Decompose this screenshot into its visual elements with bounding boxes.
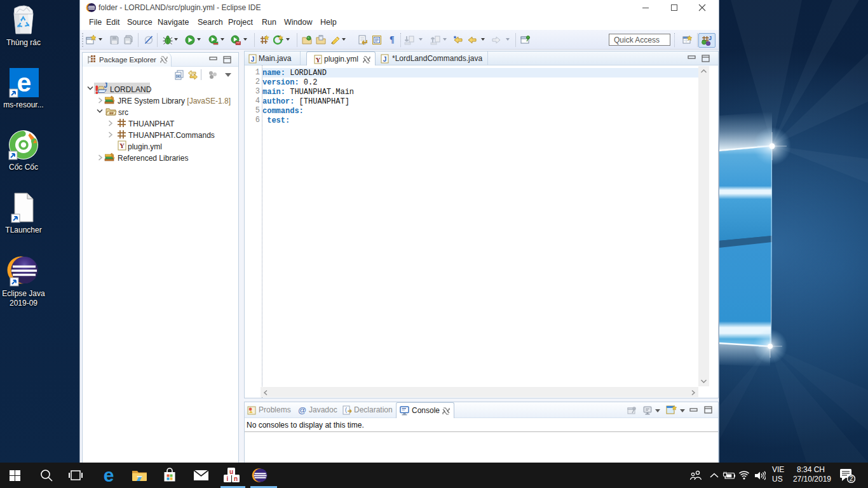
svg-text:e: e <box>104 466 114 485</box>
svg-text:u: u <box>229 468 233 475</box>
svg-text:J: J <box>104 83 108 89</box>
svg-text:e: e <box>17 68 31 97</box>
svg-text:Y: Y <box>316 56 321 64</box>
svg-text:J: J <box>251 56 255 63</box>
svg-text:J: J <box>383 56 387 63</box>
svg-text:(: ( <box>344 407 348 414</box>
svg-text:Y: Y <box>119 142 125 149</box>
svg-text:J: J <box>709 36 712 41</box>
svg-text:2: 2 <box>850 475 853 482</box>
svg-text:n: n <box>233 475 237 482</box>
svg-text:i: i <box>226 475 228 482</box>
